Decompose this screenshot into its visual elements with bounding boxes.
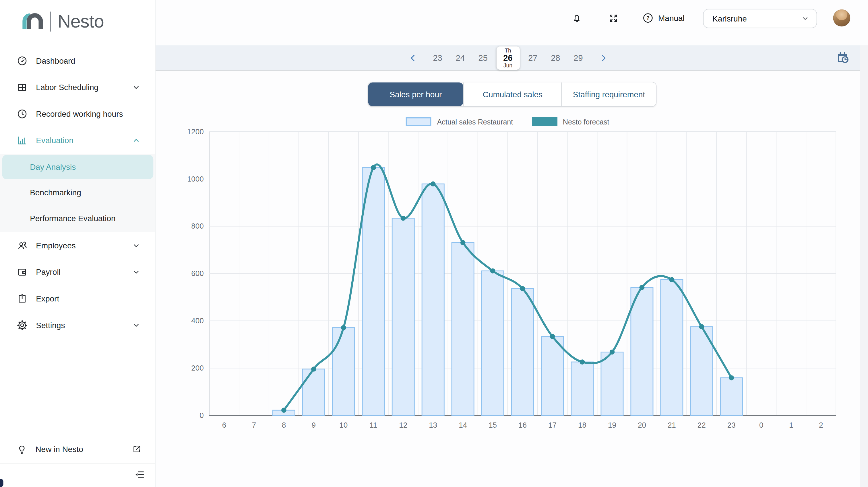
schedule-grid-icon — [17, 82, 28, 93]
actual-sales-bar-16[interactable] — [512, 289, 534, 415]
manual-label: Manual — [658, 13, 685, 22]
fullscreen-expand-icon[interactable] — [608, 12, 619, 24]
collapse-sidebar-button[interactable] — [134, 469, 145, 482]
actual-sales-bar-20[interactable] — [631, 287, 653, 415]
scrollbar-track[interactable] — [860, 45, 868, 487]
actual-sales-bar-15[interactable] — [482, 271, 504, 416]
forecast-data-point[interactable] — [729, 375, 734, 380]
x-axis-tick-label: 22 — [698, 421, 706, 429]
notifications-bell-icon[interactable] — [571, 12, 582, 24]
actual-sales-bar-19[interactable] — [601, 352, 623, 415]
selected-day-card[interactable]: Th 26 Jun — [496, 46, 520, 69]
actual-sales-bar-17[interactable] — [541, 336, 563, 415]
day-option[interactable]: 27 — [523, 53, 542, 63]
forecast-data-point[interactable] — [460, 240, 466, 245]
y-axis-tick-label: 1200 — [188, 127, 204, 136]
actual-sales-bar-11[interactable] — [362, 167, 384, 415]
sidebar-item-labor-scheduling[interactable]: Labor Scheduling — [0, 74, 155, 101]
forecast-data-point[interactable] — [699, 324, 704, 329]
forecast-data-point[interactable] — [520, 286, 525, 291]
bar-chart-icon — [17, 135, 28, 146]
x-axis-tick-label: 19 — [608, 421, 616, 429]
y-axis-tick-label: 0 — [199, 411, 204, 420]
sidebar: Nesto Dashboard Labor Scheduling — [0, 0, 156, 487]
sidebar-item-day-analysis[interactable]: Day Analysis — [2, 155, 153, 179]
actual-sales-bar-21[interactable] — [661, 280, 683, 415]
sidebar-item-label: Day Analysis — [30, 163, 76, 171]
actual-sales-bar-18[interactable] — [571, 362, 593, 415]
forecast-data-point[interactable] — [311, 366, 316, 372]
dashboard-icon — [17, 55, 28, 67]
sidebar-item-label: Evaluation — [36, 136, 73, 145]
manual-help-button[interactable]: ? Manual — [642, 12, 685, 24]
forecast-data-point[interactable] — [371, 165, 376, 170]
export-icon — [17, 293, 28, 304]
next-days-chevron-right-icon[interactable] — [596, 53, 610, 63]
x-axis-tick-label: 6 — [222, 421, 226, 429]
x-axis-tick-label: 13 — [429, 421, 437, 429]
x-axis-tick-label: 18 — [578, 421, 586, 429]
forecast-data-point[interactable] — [669, 277, 674, 282]
previous-days-chevron-left-icon[interactable] — [406, 53, 420, 63]
y-axis-tick-label: 200 — [191, 364, 204, 372]
tab-staffing-requirement[interactable]: Staffing requirement — [562, 82, 656, 106]
x-axis-tick-label: 1 — [789, 421, 793, 429]
users-icon — [17, 240, 28, 251]
x-axis-tick-label: 17 — [548, 421, 557, 429]
forecast-data-point[interactable] — [640, 285, 645, 290]
day-option[interactable]: 29 — [569, 53, 588, 63]
sidebar-item-performance-evaluation[interactable]: Performance Evaluation — [0, 205, 155, 231]
x-axis-tick-label: 9 — [312, 421, 316, 429]
actual-sales-bar-23[interactable] — [720, 378, 743, 415]
forecast-data-point[interactable] — [341, 325, 346, 330]
actual-sales-bar-10[interactable] — [332, 328, 354, 415]
chevron-down-icon — [132, 83, 141, 92]
sidebar-item-evaluation[interactable]: Evaluation — [0, 127, 155, 154]
sidebar-item-label: Export — [36, 294, 59, 303]
actual-sales-bar-14[interactable] — [452, 242, 474, 416]
x-axis-tick-label: 2 — [819, 421, 823, 429]
forecast-data-point[interactable] — [490, 268, 495, 273]
sidebar-item-label: Benchmarking — [30, 188, 81, 197]
wallet-icon — [17, 267, 28, 278]
actual-sales-bar-9[interactable] — [303, 369, 324, 416]
chevron-up-icon — [132, 136, 141, 145]
nesto-logo[interactable]: Nesto — [21, 7, 104, 36]
user-avatar[interactable] — [833, 9, 850, 27]
legend-swatch-actual-sales — [406, 117, 431, 126]
sidebar-item-benchmarking[interactable]: Benchmarking — [0, 179, 155, 205]
forecast-data-point[interactable] — [431, 181, 436, 187]
sidebar-item-dashboard[interactable]: Dashboard — [0, 47, 155, 74]
forecast-data-point[interactable] — [281, 408, 286, 413]
chevron-down-icon — [801, 14, 810, 23]
x-axis-tick-label: 12 — [399, 421, 407, 429]
day-option[interactable]: 25 — [474, 53, 493, 63]
chat-widget-peek[interactable] — [0, 479, 3, 487]
sidebar-item-export[interactable]: Export — [0, 285, 155, 312]
x-axis-tick-label: 16 — [518, 421, 527, 429]
sidebar-item-payroll[interactable]: Payroll — [0, 259, 155, 286]
forecast-data-point[interactable] — [610, 350, 615, 355]
actual-sales-bar-12[interactable] — [392, 218, 414, 416]
day-option[interactable]: 23 — [428, 53, 447, 63]
day-option[interactable]: 24 — [451, 53, 470, 63]
forecast-data-point[interactable] — [580, 359, 585, 364]
forecast-data-point[interactable] — [550, 334, 555, 339]
chevron-down-icon — [132, 241, 141, 250]
sidebar-nav: Dashboard Labor Scheduling — [0, 47, 155, 338]
sidebar-item-label: Recorded working hours — [36, 109, 123, 119]
location-value: Karlsruhe — [704, 14, 747, 23]
sidebar-item-employees[interactable]: Employees — [0, 232, 155, 259]
date-navigation-bar: 23 24 25 Th 26 Jun 27 28 29 — [156, 45, 860, 71]
tab-sales-per-hour[interactable]: Sales per hour — [368, 82, 463, 106]
new-in-nesto-link[interactable]: New in Nesto — [0, 437, 155, 461]
day-option[interactable]: 28 — [546, 53, 565, 63]
location-select[interactable]: Karlsruhe — [703, 9, 817, 28]
actual-sales-bar-13[interactable] — [422, 184, 444, 415]
sidebar-item-settings[interactable]: Settings — [0, 312, 155, 339]
sidebar-item-recorded-working-hours[interactable]: Recorded working hours — [0, 101, 155, 127]
tab-cumulated-sales[interactable]: Cumulated sales — [463, 82, 562, 106]
x-axis-tick-label: 21 — [668, 421, 676, 429]
calendar-clock-icon[interactable] — [836, 51, 850, 67]
forecast-data-point[interactable] — [401, 216, 406, 221]
